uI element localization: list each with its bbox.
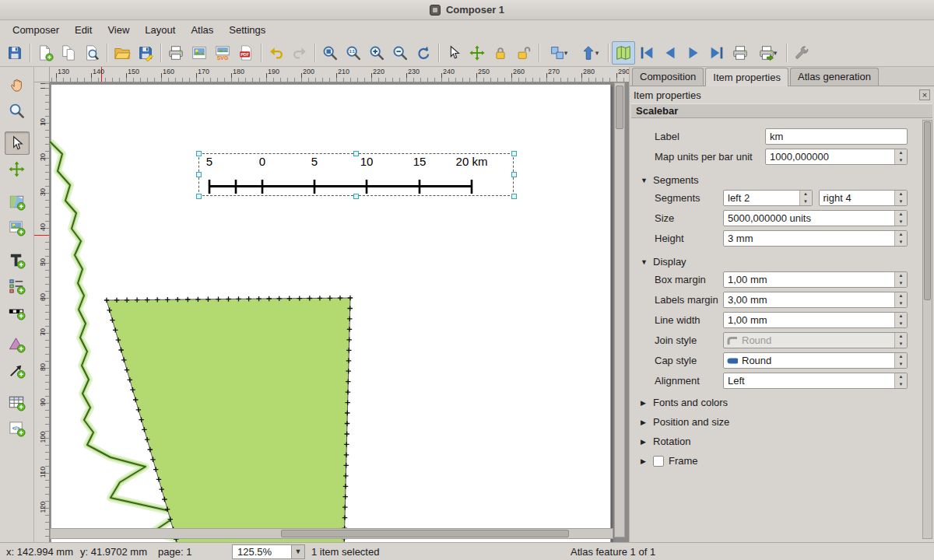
zoom-full-button[interactable]	[318, 41, 342, 65]
position-and-size-group-header[interactable]: ▶Position and size	[641, 416, 914, 428]
add-scalebar-button[interactable]	[5, 299, 30, 323]
zoom-dropdown-arrow-icon[interactable]: ▼	[292, 544, 305, 559]
horizontal-scrollbar[interactable]	[50, 528, 613, 539]
spinner-arrows-icon[interactable]: ▲▼	[894, 211, 907, 226]
panel-scrollbar-thumb[interactable]	[924, 121, 931, 300]
select-item-button[interactable]	[5, 131, 30, 155]
menu-layout[interactable]: Layout	[137, 22, 183, 38]
redo-button[interactable]	[288, 41, 311, 65]
pan-button[interactable]	[5, 73, 30, 96]
segments-right-spinbox[interactable]: right 4 ▲▼	[819, 190, 908, 206]
add-arrow-button[interactable]	[5, 358, 30, 381]
spinner-arrows-icon[interactable]: ▲▼	[894, 313, 907, 327]
line-width-spinbox[interactable]: 1,00 mm ▲▼	[723, 312, 908, 328]
refresh-button[interactable]	[412, 41, 435, 65]
labels-margin-spinbox[interactable]: 3,00 mm ▲▼	[723, 292, 908, 308]
display-group-header[interactable]: ▼ Display	[641, 256, 914, 268]
panel-scrollbar[interactable]	[922, 120, 932, 539]
selection-handle[interactable]	[196, 151, 202, 156]
selection-handle[interactable]	[196, 194, 202, 199]
selection-handle[interactable]	[196, 172, 202, 177]
add-html-button[interactable]	[5, 416, 30, 439]
move-item-content-button[interactable]	[465, 41, 489, 65]
spinner-arrows-icon[interactable]: ▲▼	[894, 373, 907, 388]
save-button[interactable]	[3, 41, 26, 65]
zoom-out-button[interactable]	[388, 41, 412, 65]
spinner-arrows-icon[interactable]: ▲▼	[894, 292, 907, 307]
duplicate-composition-button[interactable]	[57, 41, 80, 65]
add-label-button[interactable]	[5, 248, 30, 271]
new-composition-button[interactable]	[33, 41, 57, 65]
print-button[interactable]	[164, 41, 188, 65]
menu-atlas[interactable]: Atlas	[183, 22, 221, 38]
map-units-spinbox[interactable]: 1000,000000 ▲▼	[765, 149, 908, 165]
menu-edit[interactable]: Edit	[67, 22, 100, 38]
frame-checkbox[interactable]	[653, 456, 664, 467]
scalebar-item[interactable]: 505101520 km	[198, 153, 514, 196]
selection-handle[interactable]	[511, 194, 517, 199]
lock-items-button[interactable]	[489, 41, 512, 65]
spinner-arrows-icon[interactable]: ▲▼	[894, 272, 907, 287]
vertical-scrollbar-thumb[interactable]	[616, 86, 623, 129]
zoom-in-button[interactable]	[365, 41, 388, 65]
save-template-button[interactable]	[134, 41, 157, 65]
vertical-scrollbar[interactable]	[614, 82, 625, 537]
menu-composer[interactable]: Composer	[5, 22, 67, 38]
horizontal-scrollbar-thumb[interactable]	[281, 530, 569, 537]
rotation-group-header[interactable]: ▶Rotation	[641, 436, 914, 447]
alignment-combobox[interactable]: Left ▲▼	[723, 373, 908, 389]
undo-button[interactable]	[265, 41, 288, 65]
atlas-prev-button[interactable]	[658, 41, 682, 65]
tab-atlas-generation[interactable]: Atlas generation	[790, 68, 879, 86]
atlas-next-button[interactable]	[682, 41, 705, 65]
tab-composition[interactable]: Composition	[632, 68, 704, 86]
frame-group-header[interactable]: ▶ Frame	[641, 455, 914, 467]
add-legend-button[interactable]	[5, 274, 30, 297]
atlas-settings-button[interactable]	[790, 41, 813, 65]
spinner-arrows-icon[interactable]: ▲▼	[894, 191, 907, 205]
spinner-arrows-icon[interactable]: ▲▼	[894, 149, 907, 164]
atlas-first-button[interactable]	[635, 41, 658, 65]
export-svg-button[interactable]	[211, 41, 234, 65]
move-content-button[interactable]	[5, 157, 30, 180]
group-items-button[interactable]: ▾	[542, 41, 574, 65]
spinner-arrows-icon[interactable]: ▲▼	[799, 191, 812, 205]
segments-left-spinbox[interactable]: left 2 ▲▼	[723, 190, 813, 206]
add-table-button[interactable]	[5, 390, 30, 414]
map-item[interactable]	[50, 82, 629, 542]
atlas-preview-button[interactable]	[612, 41, 635, 65]
raise-items-button[interactable]: ▾	[574, 41, 605, 65]
add-shape-button[interactable]	[5, 332, 30, 355]
menu-settings[interactable]: Settings	[221, 22, 273, 38]
unlock-items-button[interactable]	[512, 41, 535, 65]
print-atlas-button[interactable]	[729, 41, 752, 65]
height-spinbox[interactable]: 3 mm ▲▼	[723, 230, 908, 247]
add-image-button[interactable]	[5, 215, 30, 239]
spinner-arrows-icon[interactable]: ▲▼	[894, 231, 907, 246]
box-margin-spinbox[interactable]: 1,00 mm ▲▼	[723, 271, 908, 288]
size-spinbox[interactable]: 5000,000000 units ▲▼	[723, 210, 908, 226]
composer-manager-button[interactable]	[80, 41, 104, 65]
menu-view[interactable]: View	[100, 22, 137, 38]
select-move-item-button[interactable]	[442, 41, 465, 65]
selection-handle[interactable]	[353, 151, 359, 156]
atlas-last-button[interactable]	[705, 41, 729, 65]
selection-handle[interactable]	[511, 151, 517, 156]
close-panel-icon[interactable]: ×	[919, 89, 930, 100]
zoom-combobox[interactable]: 125.5% ▼	[232, 544, 305, 559]
selection-handle[interactable]	[353, 194, 359, 199]
segments-group-header[interactable]: ▼ Segments	[641, 174, 914, 186]
export-pdf-button[interactable]	[234, 41, 258, 65]
add-map-button[interactable]	[5, 190, 30, 213]
tab-item-properties[interactable]: Item properties	[705, 68, 788, 86]
selection-handle[interactable]	[511, 172, 517, 177]
load-template-button[interactable]	[111, 41, 134, 65]
cap-style-combobox[interactable]: Round ▲▼	[723, 352, 908, 369]
export-image-button[interactable]	[188, 41, 211, 65]
fonts-and-colors-group-header[interactable]: ▶Fonts and colors	[641, 397, 914, 408]
export-atlas-button[interactable]: ▾	[752, 41, 783, 65]
zoom-100-button[interactable]	[342, 41, 365, 65]
zoom-button[interactable]	[5, 99, 30, 122]
spinner-arrows-icon[interactable]: ▲▼	[894, 353, 907, 368]
label-input[interactable]: km	[765, 128, 908, 145]
